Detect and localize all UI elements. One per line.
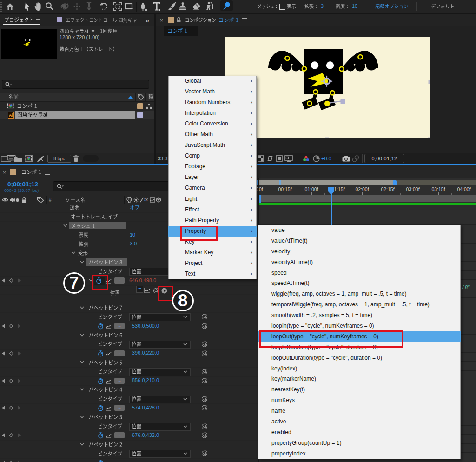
- svg-text:Ai: Ai: [9, 113, 13, 118]
